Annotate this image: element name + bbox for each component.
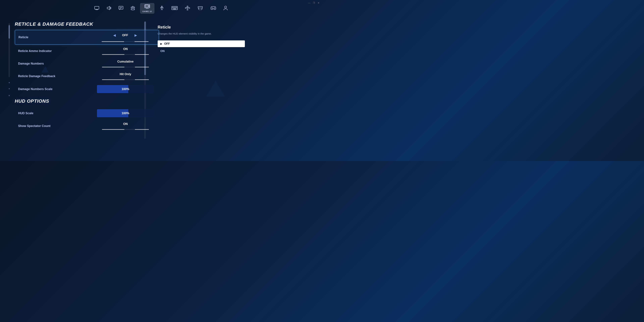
svg-marker-4 <box>107 6 110 10</box>
show-spectator-count-arrows: ON <box>95 122 156 126</box>
right-panel: Reticle Changes the HUD element visibili… <box>154 22 248 58</box>
gear-icon <box>131 6 135 11</box>
right-panel-description: Changes the HUD element visibility in th… <box>158 32 245 36</box>
reticle-slider <box>102 41 148 42</box>
svg-rect-5 <box>119 6 123 9</box>
reticle-damage-feedback-slider-left <box>102 79 124 80</box>
account-icon <box>224 6 228 11</box>
nav-controller[interactable] <box>195 5 206 12</box>
reticle-next-btn[interactable]: ▶ <box>134 32 138 38</box>
damage-numbers-slider-right <box>135 67 149 68</box>
reticle-arrows: ◀ OFF ▶ <box>95 32 155 38</box>
setting-row-reticle-ammo[interactable]: Reticle Ammo Indicator ON <box>15 45 159 57</box>
reticle-ammo-value: ON <box>119 47 132 51</box>
nav-account[interactable] <box>221 4 230 12</box>
sidebar-arrow-down[interactable]: ▼ <box>8 94 10 97</box>
setting-row-hud-scale[interactable]: HUD Scale 100% <box>15 107 159 120</box>
svg-rect-26 <box>174 7 175 8</box>
audio-icon <box>106 6 111 11</box>
hud-scale-remainder <box>128 109 154 117</box>
damage-numbers-arrows: Cumulative <box>95 60 156 64</box>
hud-scale-value: 100% <box>122 112 129 115</box>
svg-rect-24 <box>172 7 173 8</box>
reticle-ammo-label: Reticle Ammo Indicator <box>18 49 55 53</box>
svg-rect-34 <box>173 9 176 9</box>
damage-numbers-scale-bar[interactable]: 100% <box>97 85 154 93</box>
gameui-icon <box>144 4 150 10</box>
svg-point-48 <box>201 8 201 9</box>
reticle-ammo-slider-left <box>102 54 124 55</box>
svg-rect-12 <box>148 5 150 6</box>
accessibility-icon <box>160 6 164 11</box>
svg-rect-27 <box>175 7 176 8</box>
reticle-prev-btn[interactable]: ◀ <box>112 32 116 38</box>
show-spectator-count-value: ON <box>119 122 132 126</box>
reticle-damage-feedback-arrows: Hit Only <box>95 72 156 76</box>
svg-point-47 <box>202 8 202 8</box>
sidebar-track[interactable] <box>8 24 10 77</box>
reticle-control: ◀ OFF ▶ <box>95 32 155 42</box>
nav-gameui[interactable]: GAME UI <box>140 3 154 14</box>
svg-rect-25 <box>173 7 174 8</box>
nav-gamepad[interactable] <box>208 5 218 12</box>
svg-rect-35 <box>187 6 188 7</box>
reticle-ammo-slider <box>102 54 149 55</box>
option-arrow-off: ▶ <box>160 42 162 45</box>
setting-row-damage-numbers[interactable]: Damage Numbers Cumulative <box>15 58 159 70</box>
sidebar-thumb <box>8 25 10 38</box>
damage-numbers-slider <box>102 67 149 68</box>
svg-rect-33 <box>176 8 177 8</box>
svg-rect-0 <box>94 6 99 9</box>
reticle-damage-feedback-value: Hit Only <box>119 72 132 76</box>
setting-row-reticle-damage-feedback[interactable]: Reticle Damage Feedback Hit Only <box>15 70 159 82</box>
nav-network[interactable] <box>183 4 192 12</box>
svg-rect-36 <box>185 8 186 8</box>
nav-audio[interactable] <box>104 5 114 12</box>
damage-numbers-control: Cumulative <box>95 60 156 68</box>
svg-rect-30 <box>173 8 174 8</box>
setting-row-show-spectator-count[interactable]: Show Spectator Count ON <box>15 120 159 132</box>
display-icon <box>94 6 99 10</box>
reticle-ammo-control: ON <box>95 47 156 55</box>
controller-icon <box>198 6 203 10</box>
nav-keyboard[interactable] <box>169 5 180 12</box>
nav-chat[interactable] <box>116 5 126 12</box>
svg-rect-31 <box>174 8 175 8</box>
svg-point-18 <box>161 6 162 7</box>
show-spectator-count-slider-right <box>135 129 149 130</box>
damage-numbers-scale-control: 100% <box>95 85 156 93</box>
show-spectator-count-slider-left <box>102 129 124 130</box>
svg-point-49 <box>200 8 200 8</box>
gameui-label: GAME UI <box>142 10 152 12</box>
setting-row-damage-numbers-scale[interactable]: Damage Numbers Scale 100% <box>15 83 159 96</box>
network-icon <box>185 6 190 11</box>
svg-rect-29 <box>172 8 173 8</box>
svg-point-51 <box>214 8 215 8</box>
hud-scale-label: HUD Scale <box>18 112 55 115</box>
svg-point-52 <box>224 6 226 8</box>
option-item-off[interactable]: ▶ OFF <box>158 40 245 47</box>
reticle-slider-right <box>134 41 148 42</box>
nav-display[interactable] <box>92 5 102 12</box>
reticle-ammo-slider-right <box>135 54 149 55</box>
section-title-hud: HUD OPTIONS <box>15 98 159 104</box>
nav-settings[interactable] <box>128 4 137 12</box>
nav-accessibility[interactable] <box>157 4 166 12</box>
damage-numbers-scale-remainder <box>128 85 154 93</box>
option-item-on[interactable]: ON <box>158 48 245 54</box>
reticle-value: OFF <box>118 34 132 37</box>
keyboard-icon <box>172 6 178 10</box>
svg-line-22 <box>162 8 162 10</box>
setting-row-reticle[interactable]: Reticle ◀ OFF ▶ <box>15 30 159 44</box>
option-label-off: OFF <box>164 42 170 46</box>
svg-point-46 <box>201 8 201 8</box>
svg-rect-39 <box>187 9 188 10</box>
main-content: RETICLE & DAMAGE FEEDBACK Reticle ◀ OFF … <box>15 22 159 132</box>
reticle-damage-feedback-control: Hit Only <box>95 72 156 80</box>
hud-scale-bar[interactable]: 100% <box>97 109 154 117</box>
show-spectator-count-slider <box>102 129 149 130</box>
reticle-damage-feedback-slider <box>102 79 149 80</box>
option-label-on: ON <box>160 50 165 53</box>
damage-numbers-slider-left <box>102 67 124 68</box>
section-reticle-damage: RETICLE & DAMAGE FEEDBACK Reticle ◀ OFF … <box>15 22 159 96</box>
